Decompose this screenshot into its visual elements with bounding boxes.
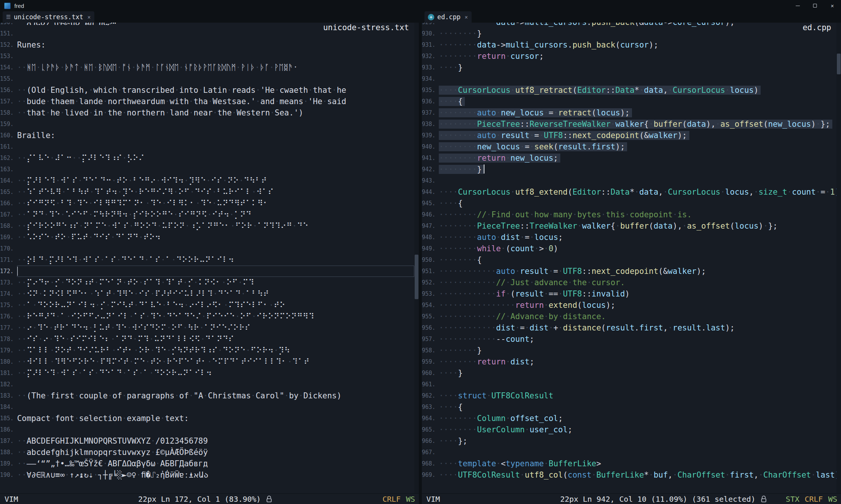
line-number[interactable]: 165. [0, 186, 17, 198]
line-number[interactable]: 950. [422, 254, 439, 266]
line-number[interactable]: 172. [0, 266, 17, 277]
editor-line[interactable]: 168.··⡎⠊⠗⠕⠕⠛⠑⠰⠎·⠝⠁⠍⠑·⠺⠁⠎·⠛⠕⠕⠙·⠥⠏⠕⠝·⠰⡡⠁⠝⠛… [0, 220, 414, 232]
editor-line[interactable]: 155. [0, 73, 414, 85]
editor-line[interactable]: 188.··abcdefghijklmnopqrstuvwxyz·£©µÀÆÖÞ… [0, 447, 414, 458]
line-number[interactable]: 940. [422, 141, 439, 152]
line-number[interactable]: 154. [0, 62, 17, 73]
editor-line[interactable]: 932.········return·cursor; [422, 51, 836, 62]
editor-line[interactable]: 969.····UTF8ColResult·utf8_col(const·Buf… [422, 469, 836, 481]
line-number[interactable]: 957. [422, 333, 439, 345]
editor-line[interactable]: 176.··⠗⠑⠛⠜⠙·⠁·⠊⠕⠋⠋⠔⠤⠝⠁⠊⠇·⠁⠎·⠹⠑·⠙⠑⠁⠙⠑⠌·⠏⠊… [0, 311, 414, 322]
editor-line[interactable]: 189.··–—‘“”„†•…‰™œŠŸž€·ΑΒΓΔΩαβγδω·АБВГДа… [0, 458, 414, 469]
editor-line[interactable]: 954.················return·extend(locus)… [422, 300, 836, 311]
line-number[interactable]: 955. [422, 311, 439, 322]
editor-line[interactable]: 965.········UserColumn·user_col; [422, 424, 836, 435]
line-number[interactable]: 175. [0, 300, 17, 311]
line-number[interactable]: 929. [422, 23, 439, 28]
editor-line[interactable]: 945.····{ [422, 198, 836, 209]
editor-line[interactable]: 949.········while·(count·>·0) [422, 243, 836, 254]
editor-line[interactable]: 939.········auto·result·=·UTF8::next_cod… [422, 130, 836, 141]
left-scrollbar[interactable] [414, 23, 419, 493]
line-number[interactable]: 170. [0, 243, 17, 254]
tab-close-icon[interactable]: ✕ [88, 14, 91, 20]
editor-line[interactable]: 964.········Column·offset_col; [422, 413, 836, 424]
editor-line[interactable]: 946.········//·Find·out·how·many·bytes·t… [422, 209, 836, 220]
editor-line[interactable]: 166.··⠎⠊⠛⠝⠫·⠃⠹·⠹⠑·⠊⠇⠻⠛⠹⠍⠁⠝⠂·⠹⠑·⠊⠇⠻⠅⠂·⠹⠑·… [0, 198, 414, 209]
line-number[interactable]: 951. [422, 266, 439, 277]
editor-line[interactable]: 190.··∀∂∈ℝ∧∪≡∞·↑↗↨↻⇣·┐┼╔╘░►☺♀·ﬁ�⑀₂ἠḂӥẄɐː… [0, 469, 414, 481]
editor-line[interactable]: 157.··bude·thaem·lande·northweardum·with… [0, 96, 414, 107]
right-scrollbar-thumb[interactable] [837, 54, 841, 74]
editor-line[interactable]: 162.··⡌⠁⠧⠑·⠼⠁⠒··⡍⠜⠇⠑⠹⠰⠎·⡣⠕⠌ [0, 152, 414, 164]
line-number[interactable]: 969. [422, 469, 439, 481]
line-number[interactable]: 934. [422, 73, 439, 85]
line-number[interactable]: 155. [0, 73, 17, 85]
line-number[interactable]: 158. [0, 107, 17, 118]
editor-line[interactable]: 178.··⠊⠎·⠔·⠹⠑·⠎⠊⠍⠊⠇⠑⠆·⠁⠝⠙·⠍⠹·⠥⠝⠙⠁⠇⠇⠪⠫·⠙⠁… [0, 333, 414, 345]
line-number[interactable]: 942. [422, 164, 439, 175]
line-number[interactable]: 952. [422, 277, 439, 288]
editor-line[interactable]: 172. [0, 266, 414, 277]
line-number[interactable]: 189. [0, 458, 17, 469]
editor-line[interactable]: 962.····struct·UTF8ColResult [422, 390, 836, 401]
line-number[interactable]: 183. [0, 390, 17, 401]
editor-line[interactable]: 966.····}; [422, 435, 836, 447]
editor-line[interactable]: 177.··⠔·⠹⠑·⠞⠗⠁⠙⠑⠲·⡃⠥⠞·⠹⠑·⠺⠊⠎⠙⠕⠍·⠕⠋·⠳⠗·⠁⠝… [0, 322, 414, 333]
line-number[interactable]: 185. [0, 413, 17, 424]
editor-line[interactable]: 955.············//·Advance·by·distance. [422, 311, 836, 322]
editor-line[interactable]: 158.··that·he·lived·in·the·northern·land… [0, 107, 414, 118]
line-number[interactable]: 948. [422, 232, 439, 243]
editor-line[interactable]: 165.··⠱⠁⠞⠑⠧⠻·⠁⠃⠳⠞·⠹⠁⠞⠲·⡹⠑·⠗⠑⠛⠊⠌⠻·⠕⠋·⠙⠊⠎·… [0, 186, 414, 198]
line-number[interactable]: 162. [0, 152, 17, 164]
editor-line[interactable]: 941.········return·new_locus; [422, 152, 836, 164]
minimize-button[interactable] [789, 0, 806, 11]
line-number[interactable]: 964. [422, 413, 439, 424]
line-number[interactable]: 935. [422, 85, 439, 96]
line-number[interactable]: 186. [0, 424, 17, 435]
line-number[interactable]: 159. [0, 118, 17, 130]
line-number[interactable]: 150. [0, 23, 17, 28]
line-number[interactable]: 959. [422, 356, 439, 367]
editor-line[interactable]: 953.············if·(result·==·UTF8::inva… [422, 288, 836, 300]
line-number[interactable]: 936. [422, 96, 439, 107]
line-number[interactable]: 184. [0, 401, 17, 413]
editor-line[interactable]: 930.········} [422, 28, 836, 39]
line-number[interactable]: 937. [422, 107, 439, 118]
editor-line[interactable]: 169.··⠡⠕⠎⠑·⠞⠕·⠏⠥⠞·⠙⠊⠎·⠙⠁⠝⠙·⠞⠕⠲ [0, 232, 414, 243]
editor-line[interactable]: 180.··⠺⠊⠇⠇·⠹⠻⠑⠋⠕⠗⠑·⠏⠻⠍⠊⠞·⠍⠑·⠞⠕·⠗⠑⠏⠑⠁⠞⠂·⠑… [0, 356, 414, 367]
line-number[interactable]: 932. [422, 51, 439, 62]
editor-line[interactable]: 967. [422, 447, 836, 458]
line-number[interactable]: 164. [0, 175, 17, 186]
line-number[interactable]: 939. [422, 130, 439, 141]
line-number[interactable]: 180. [0, 356, 17, 367]
line-number[interactable]: 938. [422, 118, 439, 130]
editor-line[interactable]: 167.··⠁⠝⠙·⠹⠑·⠡⠊⠑⠋·⠍⠳⠗⠝⠻⠲·⡎⠊⠗⠕⠕⠛⠑·⠎⠊⠛⠝⠫·⠊… [0, 209, 414, 220]
line-number[interactable]: 966. [422, 435, 439, 447]
editor-line[interactable]: 186. [0, 424, 414, 435]
line-number[interactable]: 946. [422, 209, 439, 220]
editor-line[interactable]: 938.········PieceTree::ReverseTreeWalker… [422, 118, 836, 130]
editor-line[interactable]: 175.··⠁·⠙⠕⠕⠗⠤⠝⠁⠊⠇⠲·⡊·⠍⠊⠣⠞·⠙⠁⠧⠑·⠃⠑⠲·⠔⠊⠇⠔⠫… [0, 300, 414, 311]
editor-line[interactable]: 187.··ABCDEFGHIJKLMNOPQRSTUVWXYZ·/012345… [0, 435, 414, 447]
editor-line[interactable]: 182. [0, 379, 414, 390]
editor-line[interactable]: 161. [0, 141, 414, 152]
editor-line[interactable]: 936.····{ [422, 96, 836, 107]
line-number[interactable]: 954. [422, 300, 439, 311]
tab-unicode-stress[interactable]: ☰ unicode-stress.txt ✕ [3, 11, 94, 23]
line-number[interactable]: 169. [0, 232, 17, 243]
line-number[interactable]: 963. [422, 401, 439, 413]
editor-line[interactable]: 181.··⡍⠜⠇⠑⠹·⠺⠁⠎·⠁⠎·⠙⠑⠁⠙·⠁⠎·⠁·⠙⠕⠕⠗⠤⠝⠁⠊⠇⠲ [0, 367, 414, 379]
line-number[interactable]: 965. [422, 424, 439, 435]
editor-line[interactable]: 931.········data->multi_cursors.push_bac… [422, 39, 836, 51]
editor-line[interactable]: 160.Braille: [0, 130, 414, 141]
editor-line[interactable]: 963.····{ [422, 401, 836, 413]
editor-line[interactable]: 958.········} [422, 345, 836, 356]
editor-line[interactable]: 950.········{ [422, 254, 836, 266]
line-number[interactable]: 944. [422, 186, 439, 198]
editor-line[interactable]: 173.··⡍⠔⠙⠖·⡊·⠙⠕⠝⠰⠞·⠍⠑⠁⠝·⠞⠕·⠎⠁⠹·⠹⠁⠞·⡊·⠅⠝⠪… [0, 277, 414, 288]
line-number[interactable]: 171. [0, 254, 17, 266]
line-number[interactable]: 161. [0, 141, 17, 152]
line-number[interactable]: 967. [422, 447, 439, 458]
editor-line[interactable]: 952.············//·Just·advance·the·curs… [422, 277, 836, 288]
editor-line[interactable]: 163. [0, 164, 414, 175]
